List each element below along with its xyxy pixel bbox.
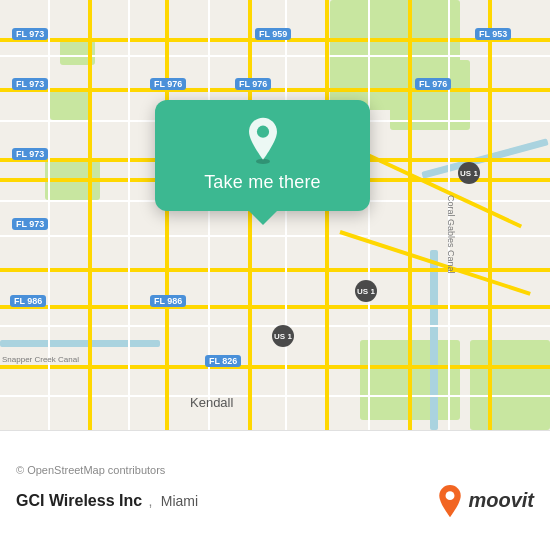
place-name: GCI Wireless Inc bbox=[16, 492, 142, 509]
road-badge-fl976-2: FL 976 bbox=[235, 78, 271, 90]
canal-vertical bbox=[430, 250, 438, 430]
svg-point-1 bbox=[256, 126, 268, 138]
place-text: GCI Wireless Inc , Miami bbox=[16, 492, 198, 510]
road-badge-us1-1: US 1 bbox=[458, 162, 480, 184]
road-badge-fl976-3: FL 976 bbox=[415, 78, 451, 90]
moovit-pin-icon bbox=[436, 484, 464, 518]
road-badge-fl953: FL 953 bbox=[475, 28, 511, 40]
road-badge-fl959: FL 959 bbox=[255, 28, 291, 40]
road-v-thin-1 bbox=[48, 0, 50, 430]
canal-horizontal-1 bbox=[0, 340, 160, 347]
road-badge-us1-3: US 1 bbox=[272, 325, 294, 347]
place-info-row: GCI Wireless Inc , Miami moovit bbox=[16, 484, 534, 518]
take-me-there-button[interactable]: Take me there bbox=[204, 172, 321, 193]
road-badge-fl973-3: FL 973 bbox=[12, 148, 48, 160]
road-badge-fl973-2: FL 973 bbox=[12, 78, 48, 90]
moovit-logo: moovit bbox=[436, 484, 534, 518]
road-v-4 bbox=[325, 0, 329, 430]
location-popup[interactable]: Take me there bbox=[155, 100, 370, 211]
road-v-thin-4 bbox=[285, 0, 287, 430]
road-badge-fl986-1: FL 986 bbox=[10, 295, 46, 307]
road-badge-fl986-2: FL 986 bbox=[150, 295, 186, 307]
bottom-info-bar: © OpenStreetMap contributors GCI Wireles… bbox=[0, 430, 550, 550]
road-h-2 bbox=[0, 88, 550, 92]
place-city: Miami bbox=[161, 493, 198, 509]
svg-point-2 bbox=[446, 491, 455, 500]
road-badge-fl826: FL 826 bbox=[205, 355, 241, 367]
road-v-1 bbox=[88, 0, 92, 430]
road-v-2 bbox=[165, 0, 169, 430]
road-badge-fl973-1: FL 973 bbox=[12, 28, 48, 40]
green-patch-2 bbox=[50, 90, 90, 120]
location-pin-icon bbox=[239, 116, 287, 164]
road-v-thin-5 bbox=[368, 0, 370, 430]
road-h-thin-4 bbox=[0, 235, 550, 237]
kendall-label: Kendall bbox=[190, 395, 233, 410]
green-patch-5 bbox=[470, 340, 550, 430]
road-badge-us1-2: US 1 bbox=[355, 280, 377, 302]
map-attribution: © OpenStreetMap contributors bbox=[16, 464, 534, 476]
road-h-6 bbox=[0, 305, 550, 309]
road-v-thin-2 bbox=[128, 0, 130, 430]
map-container: FL 973 FL 973 FL 973 FL 973 FL 959 FL 97… bbox=[0, 0, 550, 550]
road-badge-fl973-4: FL 973 bbox=[12, 218, 48, 230]
road-badge-fl976-1: FL 976 bbox=[150, 78, 186, 90]
road-h-7 bbox=[0, 365, 550, 369]
road-v-5 bbox=[408, 0, 412, 430]
road-h-thin-6 bbox=[0, 395, 550, 397]
road-h-thin-1 bbox=[0, 55, 550, 57]
moovit-text: moovit bbox=[468, 489, 534, 512]
snapper-creek-label: Snapper Creek Canal bbox=[2, 355, 79, 364]
coral-gables-canal-label: Coral Gables Canal bbox=[446, 195, 456, 274]
